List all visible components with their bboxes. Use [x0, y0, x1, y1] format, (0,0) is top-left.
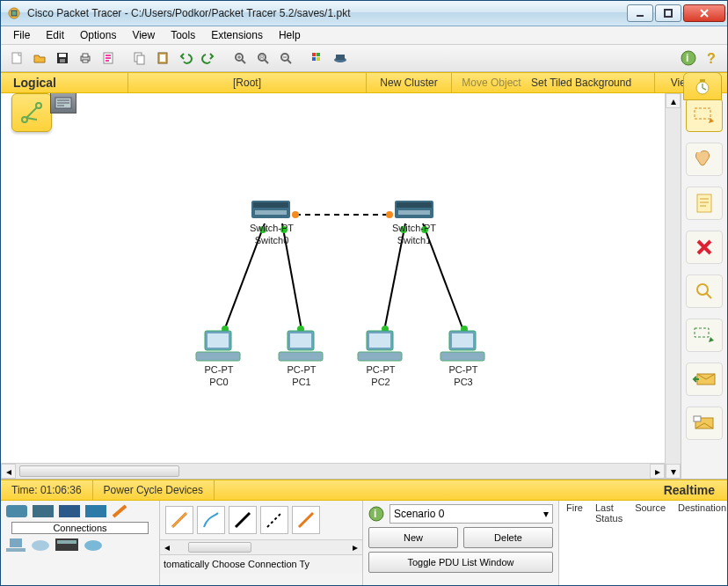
- menu-extensions[interactable]: Extensions: [204, 27, 270, 43]
- scroll-up-icon[interactable]: ▴: [666, 93, 681, 108]
- device-pc0[interactable]: PC-PT PC0: [193, 363, 245, 387]
- delete-tool-icon[interactable]: [686, 231, 723, 264]
- add-complex-pdu-icon[interactable]: [686, 407, 723, 440]
- svg-rect-9: [83, 54, 88, 57]
- scroll-right-icon[interactable]: ▸: [650, 464, 665, 479]
- new-file-icon[interactable]: [6, 48, 27, 69]
- wireless-icon[interactable]: [85, 505, 106, 517]
- save-icon[interactable]: [52, 48, 73, 69]
- custom-device-icon[interactable]: [330, 48, 351, 69]
- console-cable-icon[interactable]: [197, 506, 225, 534]
- scroll-down-icon[interactable]: ▾: [666, 464, 681, 479]
- device-switch0[interactable]: Switch-PT Switch0: [245, 221, 298, 245]
- connection-hscroll[interactable]: ◂▸: [160, 539, 362, 554]
- conn-scroll-thumb[interactable]: [188, 542, 251, 553]
- note-tool-icon[interactable]: [686, 187, 723, 220]
- redo-icon[interactable]: [198, 48, 219, 69]
- device-pc2[interactable]: PC-PT PC2: [354, 363, 407, 387]
- svg-text:?: ?: [707, 51, 716, 66]
- zoom-out-icon[interactable]: [275, 48, 296, 69]
- set-tiled-bg-button[interactable]: Set Tiled Background: [531, 77, 654, 89]
- status-text: tomatically Choose Connection Ty: [160, 554, 362, 573]
- scenario-select[interactable]: Scenario 0▾: [389, 504, 553, 524]
- move-tool-icon[interactable]: [686, 143, 723, 176]
- device-name: PC3: [437, 377, 490, 387]
- move-object-button[interactable]: Move Object: [452, 77, 531, 89]
- menu-tools[interactable]: Tools: [164, 27, 202, 43]
- device-pc3[interactable]: PC-PT PC3: [437, 363, 490, 387]
- help-icon[interactable]: ?: [701, 48, 722, 69]
- logical-tab[interactable]: Logical: [1, 76, 127, 90]
- device-type: Switch-PT: [245, 223, 298, 233]
- time-bar: Time: 01:06:36 Power Cycle Devices Realt…: [1, 480, 727, 501]
- device-name: Switch1: [388, 235, 440, 245]
- menu-file[interactable]: File: [6, 27, 37, 43]
- end-device-icon[interactable]: [6, 538, 25, 552]
- connections-icon[interactable]: [112, 504, 127, 518]
- fiber-cable-icon[interactable]: [292, 506, 320, 534]
- svg-point-74: [84, 540, 102, 551]
- add-simple-pdu-icon[interactable]: [686, 363, 723, 396]
- hscroll-thumb[interactable]: [19, 465, 179, 477]
- device-type: PC-PT: [193, 364, 245, 375]
- palette-icon[interactable]: [307, 48, 328, 69]
- zoom-in-icon[interactable]: [229, 48, 251, 69]
- straight-cable-icon[interactable]: [229, 506, 257, 534]
- inspect-tool-icon[interactable]: [686, 275, 723, 308]
- multiuser-icon[interactable]: [84, 538, 103, 552]
- close-button[interactable]: [683, 4, 725, 22]
- auto-cable-icon[interactable]: [165, 506, 193, 534]
- col-source: Source: [635, 502, 666, 524]
- toggle-pdu-button[interactable]: Toggle PDU List Window: [368, 552, 553, 573]
- power-cycle-button[interactable]: Power Cycle Devices: [93, 480, 215, 500]
- canvas-hscroll[interactable]: ◂ ▸: [1, 463, 665, 479]
- device-type: PC-PT: [437, 364, 490, 375]
- minimize-button[interactable]: [627, 4, 653, 22]
- select-tool-icon[interactable]: [686, 99, 723, 132]
- menu-options[interactable]: Options: [73, 27, 123, 43]
- undo-icon[interactable]: [175, 48, 196, 69]
- svg-rect-55: [369, 333, 390, 348]
- right-tool-palette: [681, 93, 727, 479]
- menu-edit[interactable]: Edit: [39, 27, 71, 43]
- info-small-icon[interactable]: i: [368, 506, 384, 522]
- copy-icon[interactable]: [129, 48, 150, 69]
- connection-picker: ◂▸ tomatically Choose Connection Ty: [160, 501, 363, 585]
- switches-icon[interactable]: [33, 505, 54, 517]
- maximize-button[interactable]: [655, 4, 681, 22]
- chevron-down-icon: ▾: [543, 508, 549, 520]
- svg-rect-68: [700, 79, 705, 82]
- menu-help[interactable]: Help: [272, 27, 308, 43]
- cross-cable-icon[interactable]: [260, 506, 288, 534]
- wizard-icon[interactable]: [98, 48, 119, 69]
- menu-view[interactable]: View: [125, 27, 162, 43]
- realtime-tab-icon[interactable]: [683, 72, 722, 100]
- hubs-icon[interactable]: [59, 505, 80, 517]
- print-icon[interactable]: [75, 48, 96, 69]
- open-icon[interactable]: [29, 48, 50, 69]
- new-cluster-button[interactable]: New Cluster: [367, 77, 451, 89]
- canvas-vscroll[interactable]: ▴ ▾: [665, 93, 681, 479]
- pdu-list[interactable]: Fire Last Status Source Destination: [559, 501, 727, 585]
- cloud-icon[interactable]: [31, 538, 50, 552]
- zoom-reset-icon[interactable]: R: [252, 48, 273, 69]
- device-switch1[interactable]: Switch-PT Switch1: [388, 221, 440, 245]
- canvas[interactable]: Switch-PT Switch0 Switch-PT Switch1 PC-P…: [1, 93, 665, 479]
- svg-rect-69: [10, 538, 22, 547]
- root-breadcrumb[interactable]: [Root]: [128, 77, 366, 89]
- app-window: Cisco Packet Tracer - C:/Users/Podkor/Pa…: [0, 0, 728, 586]
- delete-scenario-button[interactable]: Delete: [463, 527, 553, 548]
- col-last-status: Last Status: [595, 502, 622, 524]
- svg-rect-61: [697, 194, 711, 212]
- device-name: PC2: [354, 377, 407, 387]
- resize-tool-icon[interactable]: [686, 319, 723, 352]
- paste-icon[interactable]: [152, 48, 173, 69]
- new-scenario-button[interactable]: New: [368, 527, 458, 548]
- custom-icon[interactable]: [55, 538, 78, 551]
- info-icon[interactable]: i: [678, 48, 699, 69]
- svg-rect-22: [312, 57, 316, 61]
- realtime-label[interactable]: Realtime: [664, 483, 727, 497]
- routers-icon[interactable]: [6, 505, 27, 517]
- device-pc1[interactable]: PC-PT PC1: [275, 363, 328, 387]
- scroll-left-icon[interactable]: ◂: [1, 464, 16, 479]
